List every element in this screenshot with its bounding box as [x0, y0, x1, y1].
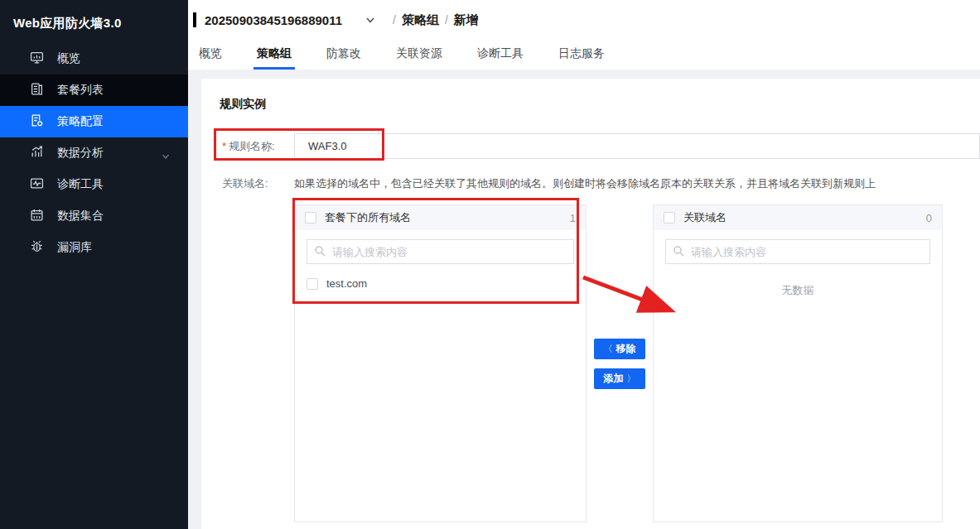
- source-domains-panel: 套餐下的所有域名 1 test.com: [294, 204, 587, 522]
- breadcrumb-separator: /: [393, 13, 396, 26]
- policy-config-icon: [30, 113, 44, 130]
- source-search-input[interactable]: [307, 239, 574, 264]
- add-button[interactable]: 添加 〉: [594, 368, 645, 389]
- breadcrumb-separator: /: [445, 13, 448, 26]
- domain-checkbox[interactable]: [307, 278, 318, 290]
- sidebar-item-package-list[interactable]: 套餐列表: [0, 75, 188, 106]
- package-list-icon: [30, 82, 44, 99]
- data-collection-icon: [30, 208, 44, 224]
- bug-icon: [30, 239, 44, 256]
- sidebar-item-vulnerability-library[interactable]: 漏洞库: [0, 232, 188, 263]
- linked-domains-label: 关联域名:: [201, 171, 294, 191]
- sidebar-item-label: 数据集合: [57, 209, 104, 224]
- select-all-source-checkbox[interactable]: [305, 212, 316, 224]
- breadcrumb-policy-group[interactable]: 策略组: [402, 12, 439, 28]
- target-search-input[interactable]: [665, 239, 930, 264]
- chevron-down-icon[interactable]: [162, 150, 170, 158]
- domain-name: test.com: [326, 277, 367, 290]
- chevron-right-icon: 〉: [627, 373, 636, 385]
- sidebar-item-label: 数据分析: [57, 146, 104, 161]
- tab-anti-tamper[interactable]: 防篡改: [326, 46, 361, 70]
- breadcrumb: 20250903845196889011 / 策略组 / 新增: [188, 0, 980, 40]
- tab-log-service[interactable]: 日志服务: [558, 46, 605, 70]
- dashboard-icon: [30, 50, 44, 67]
- list-item[interactable]: test.com: [295, 277, 586, 290]
- remove-button[interactable]: 〈 移除: [594, 339, 645, 359]
- tab-linked-resources[interactable]: 关联资源: [396, 46, 442, 70]
- app-window: Web应用防火墙3.0 概览 套餐列表 策略配置 数据分析 诊断工具 数据集合: [0, 0, 980, 529]
- required-mark: *: [222, 140, 226, 152]
- diagnostic-tools-icon: [30, 176, 44, 193]
- sidebar-item-policy-config[interactable]: 策略配置: [0, 106, 188, 137]
- sidebar-item-label: 诊断工具: [57, 177, 104, 192]
- rule-name-row: *规则名称:: [201, 133, 980, 159]
- search-icon: [673, 245, 684, 259]
- breadcrumb-new: 新增: [454, 12, 479, 28]
- sidebar-item-diagnostic-tools[interactable]: 诊断工具: [0, 169, 188, 200]
- tab-policy-group[interactable]: 策略组: [257, 46, 292, 70]
- sidebar: Web应用防火墙3.0 概览 套餐列表 策略配置 数据分析 诊断工具 数据集合: [0, 0, 188, 529]
- instance-id: 20250903845196889011: [205, 13, 342, 27]
- app-title: Web应用防火墙3.0: [0, 0, 188, 43]
- target-panel-title: 关联域名: [683, 210, 727, 225]
- sidebar-item-label: 策略配置: [57, 114, 104, 129]
- tab-bar: 概览 策略组 防篡改 关联资源 诊断工具 日志服务: [188, 40, 980, 70]
- domain-transfer: 套餐下的所有域名 1 test.com: [294, 204, 980, 522]
- transfer-actions: 〈 移除 添加 〉: [587, 204, 653, 522]
- sidebar-item-label: 套餐列表: [57, 83, 104, 98]
- linked-domains-row: 关联域名: 如果选择的域名中，包含已经关联了其他规则的域名。则创建时将会移除域名…: [201, 171, 980, 522]
- top-header: 20250903845196889011 / 策略组 / 新增 概览 策略组 防…: [188, 0, 980, 70]
- sidebar-item-data-analysis[interactable]: 数据分析: [0, 137, 188, 169]
- source-panel-header: 套餐下的所有域名 1: [295, 205, 586, 230]
- rule-name-label: *规则名称:: [201, 133, 294, 154]
- target-panel-header: 关联域名 0: [654, 205, 942, 230]
- data-analysis-icon: [30, 145, 44, 161]
- tab-diagnostic-tools[interactable]: 诊断工具: [477, 46, 524, 70]
- instance-marker: [193, 12, 196, 27]
- content-area: 20250903845196889011 / 策略组 / 新增 概览 策略组 防…: [188, 0, 980, 529]
- tab-overview[interactable]: 概览: [199, 46, 222, 70]
- source-panel-title: 套餐下的所有域名: [325, 210, 411, 225]
- sidebar-item-label: 漏洞库: [57, 240, 92, 255]
- target-panel-count: 0: [926, 212, 932, 224]
- chevron-left-icon: 〈: [604, 343, 613, 355]
- sidebar-item-label: 概览: [57, 51, 80, 66]
- sidebar-item-overview[interactable]: 概览: [0, 43, 188, 75]
- search-icon: [314, 245, 326, 259]
- source-panel-count: 1: [570, 212, 576, 224]
- rule-name-input[interactable]: [294, 133, 980, 159]
- section-title: 规则实例: [201, 79, 980, 112]
- chevron-down-icon[interactable]: [365, 14, 375, 27]
- select-all-target-checkbox[interactable]: [664, 212, 675, 224]
- rule-instance-card: 规则实例 *规则名称: 关联域名: 如果选择的域名中，包含已经关联了其他规则的域…: [201, 79, 980, 529]
- target-domains-panel: 关联域名 0 无数据: [653, 204, 943, 522]
- sidebar-item-data-collection[interactable]: 数据集合: [0, 200, 188, 232]
- empty-state-text: 无数据: [654, 283, 942, 298]
- domains-hint-text: 如果选择的域名中，包含已经关联了其他规则的域名。则创建时将会移除域名原本的关联关…: [294, 171, 980, 190]
